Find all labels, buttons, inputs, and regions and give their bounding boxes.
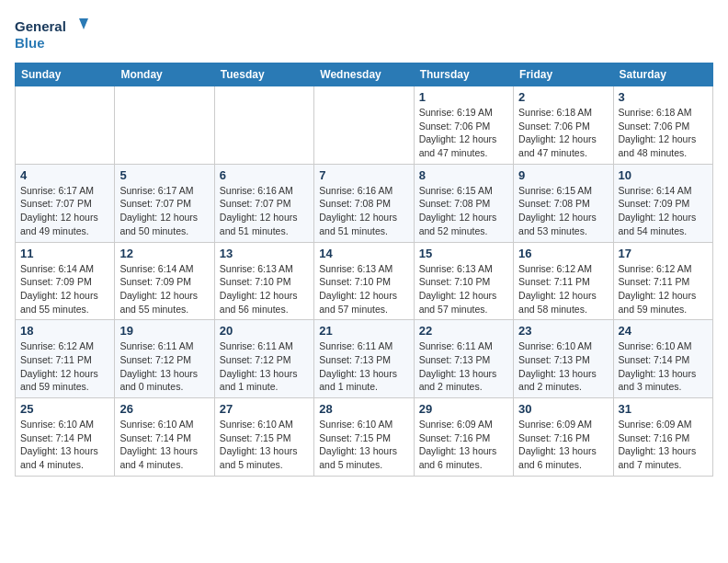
day-number: 17 (619, 247, 708, 260)
calendar-cell: 18Sunrise: 6:12 AM Sunset: 7:11 PM Dayli… (16, 320, 115, 398)
calendar-cell: 16Sunrise: 6:12 AM Sunset: 7:11 PM Dayli… (514, 242, 613, 320)
calendar-cell: 23Sunrise: 6:10 AM Sunset: 7:13 PM Dayli… (514, 320, 613, 398)
calendar-cell: 12Sunrise: 6:14 AM Sunset: 7:09 PM Dayli… (115, 242, 214, 320)
calendar-cell: 10Sunrise: 6:14 AM Sunset: 7:09 PM Dayli… (613, 164, 712, 242)
day-info: Sunrise: 6:11 AM Sunset: 7:12 PM Dayligh… (119, 339, 209, 394)
calendar-cell: 31Sunrise: 6:09 AM Sunset: 7:16 PM Dayli… (613, 398, 712, 477)
day-number: 7 (319, 168, 408, 182)
day-info: Sunrise: 6:13 AM Sunset: 7:10 PM Dayligh… (319, 262, 408, 316)
day-number: 6 (220, 168, 309, 182)
calendar-cell: 11Sunrise: 6:14 AM Sunset: 7:09 PM Dayli… (16, 242, 115, 320)
day-number: 31 (619, 402, 708, 416)
day-number: 10 (619, 168, 708, 182)
day-number: 12 (119, 247, 209, 260)
calendar-cell: 26Sunrise: 6:10 AM Sunset: 7:14 PM Dayli… (115, 398, 214, 477)
day-number: 29 (419, 402, 508, 416)
calendar-cell (115, 86, 214, 165)
day-number: 14 (319, 247, 408, 260)
logo: General Blue (15, 15, 88, 55)
day-info: Sunrise: 6:18 AM Sunset: 7:06 PM Dayligh… (518, 106, 608, 160)
day-number: 3 (619, 90, 708, 104)
day-info: Sunrise: 6:11 AM Sunset: 7:12 PM Dayligh… (220, 339, 309, 394)
calendar-cell: 7Sunrise: 6:16 AM Sunset: 7:08 PM Daylig… (314, 164, 414, 242)
day-info: Sunrise: 6:16 AM Sunset: 7:07 PM Dayligh… (220, 184, 309, 238)
calendar-cell: 19Sunrise: 6:11 AM Sunset: 7:12 PM Dayli… (115, 320, 214, 398)
day-number: 18 (20, 324, 109, 338)
day-info: Sunrise: 6:15 AM Sunset: 7:08 PM Dayligh… (518, 184, 608, 238)
week-row-1: 1Sunrise: 6:19 AM Sunset: 7:06 PM Daylig… (16, 86, 713, 165)
day-number: 20 (220, 324, 309, 338)
day-info: Sunrise: 6:13 AM Sunset: 7:10 PM Dayligh… (220, 262, 309, 316)
page-header: General Blue (15, 15, 713, 55)
day-info: Sunrise: 6:12 AM Sunset: 7:11 PM Dayligh… (518, 262, 608, 316)
day-info: Sunrise: 6:13 AM Sunset: 7:10 PM Dayligh… (419, 262, 508, 316)
calendar-cell: 21Sunrise: 6:11 AM Sunset: 7:13 PM Dayli… (314, 320, 414, 398)
week-row-3: 11Sunrise: 6:14 AM Sunset: 7:09 PM Dayli… (16, 242, 713, 320)
calendar-cell: 29Sunrise: 6:09 AM Sunset: 7:16 PM Dayli… (414, 398, 513, 477)
day-info: Sunrise: 6:09 AM Sunset: 7:16 PM Dayligh… (518, 418, 608, 472)
day-info: Sunrise: 6:17 AM Sunset: 7:07 PM Dayligh… (119, 184, 209, 238)
calendar-cell: 22Sunrise: 6:11 AM Sunset: 7:13 PM Dayli… (414, 320, 513, 398)
day-info: Sunrise: 6:18 AM Sunset: 7:06 PM Dayligh… (619, 106, 708, 160)
week-row-2: 4Sunrise: 6:17 AM Sunset: 7:07 PM Daylig… (16, 164, 713, 242)
calendar-cell: 17Sunrise: 6:12 AM Sunset: 7:11 PM Dayli… (613, 242, 712, 320)
calendar-cell (16, 86, 115, 165)
calendar-cell: 3Sunrise: 6:18 AM Sunset: 7:06 PM Daylig… (613, 86, 712, 165)
day-info: Sunrise: 6:17 AM Sunset: 7:07 PM Dayligh… (20, 184, 109, 238)
svg-marker-2 (79, 18, 88, 29)
day-number: 27 (220, 402, 309, 416)
day-info: Sunrise: 6:10 AM Sunset: 7:14 PM Dayligh… (619, 339, 708, 394)
day-number: 5 (119, 168, 209, 182)
day-info: Sunrise: 6:14 AM Sunset: 7:09 PM Dayligh… (119, 262, 209, 316)
day-number: 11 (20, 247, 109, 260)
logo-graphic: General Blue (15, 15, 88, 55)
dow-header-wednesday: Wednesday (314, 63, 414, 86)
week-row-5: 25Sunrise: 6:10 AM Sunset: 7:14 PM Dayli… (16, 398, 713, 477)
dow-header-tuesday: Tuesday (214, 63, 313, 86)
calendar-cell: 6Sunrise: 6:16 AM Sunset: 7:07 PM Daylig… (214, 164, 313, 242)
day-number: 2 (518, 90, 608, 104)
calendar-cell: 9Sunrise: 6:15 AM Sunset: 7:08 PM Daylig… (514, 164, 613, 242)
day-info: Sunrise: 6:10 AM Sunset: 7:14 PM Dayligh… (119, 418, 209, 472)
calendar-cell: 25Sunrise: 6:10 AM Sunset: 7:14 PM Dayli… (16, 398, 115, 477)
day-number: 28 (319, 402, 408, 416)
day-info: Sunrise: 6:10 AM Sunset: 7:13 PM Dayligh… (518, 339, 608, 394)
calendar-table: SundayMondayTuesdayWednesdayThursdayFrid… (15, 63, 713, 477)
day-number: 24 (619, 324, 708, 338)
day-info: Sunrise: 6:09 AM Sunset: 7:16 PM Dayligh… (619, 418, 708, 472)
day-number: 4 (20, 168, 109, 182)
svg-text:Blue: Blue (15, 35, 45, 51)
calendar-cell: 27Sunrise: 6:10 AM Sunset: 7:15 PM Dayli… (214, 398, 313, 477)
day-number: 15 (419, 247, 508, 260)
dow-header-saturday: Saturday (613, 63, 712, 86)
day-number: 16 (518, 247, 608, 260)
calendar-cell: 15Sunrise: 6:13 AM Sunset: 7:10 PM Dayli… (414, 242, 513, 320)
day-number: 1 (419, 90, 508, 104)
day-info: Sunrise: 6:11 AM Sunset: 7:13 PM Dayligh… (319, 339, 408, 394)
calendar-cell: 8Sunrise: 6:15 AM Sunset: 7:08 PM Daylig… (414, 164, 513, 242)
day-info: Sunrise: 6:12 AM Sunset: 7:11 PM Dayligh… (20, 339, 109, 394)
day-info: Sunrise: 6:09 AM Sunset: 7:16 PM Dayligh… (419, 418, 508, 472)
calendar-cell: 1Sunrise: 6:19 AM Sunset: 7:06 PM Daylig… (414, 86, 513, 165)
calendar-cell: 5Sunrise: 6:17 AM Sunset: 7:07 PM Daylig… (115, 164, 214, 242)
day-info: Sunrise: 6:16 AM Sunset: 7:08 PM Dayligh… (319, 184, 408, 238)
day-number: 30 (518, 402, 608, 416)
dow-header-thursday: Thursday (414, 63, 513, 86)
calendar-cell: 2Sunrise: 6:18 AM Sunset: 7:06 PM Daylig… (514, 86, 613, 165)
day-info: Sunrise: 6:19 AM Sunset: 7:06 PM Dayligh… (419, 106, 508, 160)
calendar-cell: 13Sunrise: 6:13 AM Sunset: 7:10 PM Dayli… (214, 242, 313, 320)
day-number: 19 (119, 324, 209, 338)
calendar-cell: 14Sunrise: 6:13 AM Sunset: 7:10 PM Dayli… (314, 242, 414, 320)
day-number: 26 (119, 402, 209, 416)
calendar-cell: 28Sunrise: 6:10 AM Sunset: 7:15 PM Dayli… (314, 398, 414, 477)
dow-header-sunday: Sunday (16, 63, 115, 86)
calendar-cell: 20Sunrise: 6:11 AM Sunset: 7:12 PM Dayli… (214, 320, 313, 398)
dow-header-monday: Monday (115, 63, 214, 86)
day-number: 23 (518, 324, 608, 338)
day-info: Sunrise: 6:10 AM Sunset: 7:14 PM Dayligh… (20, 418, 109, 472)
day-info: Sunrise: 6:12 AM Sunset: 7:11 PM Dayligh… (619, 262, 708, 316)
week-row-4: 18Sunrise: 6:12 AM Sunset: 7:11 PM Dayli… (16, 320, 713, 398)
day-info: Sunrise: 6:10 AM Sunset: 7:15 PM Dayligh… (319, 418, 408, 472)
day-info: Sunrise: 6:11 AM Sunset: 7:13 PM Dayligh… (419, 339, 508, 394)
day-info: Sunrise: 6:10 AM Sunset: 7:15 PM Dayligh… (220, 418, 309, 472)
